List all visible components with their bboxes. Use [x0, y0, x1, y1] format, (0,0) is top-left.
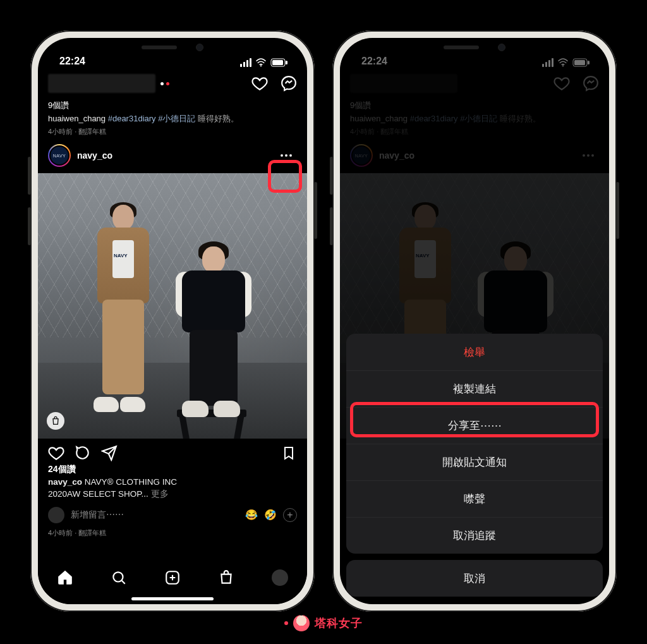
sheet-mute[interactable]: 噤聲 [346, 480, 603, 517]
post-action-bar [38, 439, 307, 464]
post-timestamp-row: 4小時前 · 翻譯年糕 [38, 525, 307, 538]
tab-create[interactable] [163, 568, 182, 587]
post-user[interactable]: NAVY navy_co [48, 144, 112, 167]
post-avatar[interactable]: NAVY [48, 144, 71, 167]
status-time: 22:24 [59, 56, 85, 67]
svg-point-4 [113, 572, 123, 581]
notification-indicator [160, 82, 169, 85]
post-likes[interactable]: 24個讚 [38, 464, 307, 475]
messenger-icon[interactable] [281, 75, 297, 92]
prev-username[interactable]: huaiwen_chang [48, 114, 106, 123]
comment-icon[interactable] [75, 445, 91, 461]
cellular-icon [240, 58, 251, 67]
watermark-mascot-icon [293, 615, 310, 631]
watermark-text: 塔科女子 [315, 616, 363, 631]
phone-right: 22:24 9個讚 huaiwen_chang [332, 30, 617, 612]
caption-more[interactable]: 更多 [151, 489, 169, 499]
share-icon[interactable] [101, 445, 118, 461]
notch [112, 38, 233, 57]
app-header [38, 68, 307, 99]
tab-search[interactable] [109, 568, 128, 587]
action-sheet: 檢舉 複製連結 分享至⋯⋯ 開啟貼文通知 噤聲 取消追蹤 取消 [346, 334, 603, 597]
profile-avatar-icon [272, 569, 288, 586]
sheet-unfollow[interactable]: 取消追蹤 [346, 517, 603, 554]
sheet-share-to[interactable]: 分享至⋯⋯ [346, 407, 603, 444]
svg-rect-2 [272, 60, 283, 65]
prev-translate[interactable]: 翻譯年糕 [78, 128, 106, 135]
post-caption[interactable]: navy_co NAVY® CLOTHING INC 2020AW SELECT… [38, 475, 307, 501]
more-dots-icon [281, 154, 292, 157]
shopping-tag-icon[interactable] [47, 412, 64, 430]
wifi-icon [255, 58, 267, 67]
prev-hashtag-2[interactable]: #小德日記 [158, 114, 195, 123]
account-switcher[interactable] [48, 74, 155, 93]
tab-home[interactable] [56, 568, 75, 587]
more-emoji-button[interactable]: + [283, 508, 297, 522]
watermark: 塔科女子 [284, 615, 363, 631]
sheet-post-notifications[interactable]: 開啟貼文通知 [346, 444, 603, 480]
svg-rect-3 [286, 61, 287, 64]
home-indicator [131, 597, 214, 600]
prev-likes[interactable]: 9個讚 [48, 100, 297, 111]
svg-point-0 [260, 65, 262, 66]
post-header: NAVY navy_co [38, 137, 307, 173]
notch [414, 38, 535, 57]
activity-heart-icon[interactable] [251, 75, 268, 92]
sheet-copy-link[interactable]: 複製連結 [346, 370, 603, 407]
quick-emoji-2[interactable]: 🤣 [264, 509, 277, 521]
phone-left: 22:24 [30, 30, 315, 612]
my-avatar [48, 507, 64, 523]
post-username[interactable]: navy_co [77, 150, 112, 161]
sheet-report[interactable]: 檢舉 [346, 334, 603, 370]
post-translate[interactable]: 翻譯年糕 [78, 529, 106, 537]
quick-emoji-1[interactable]: 😂 [245, 509, 258, 521]
action-sheet-group: 檢舉 複製連結 分享至⋯⋯ 開啟貼文通知 噤聲 取消追蹤 [346, 334, 603, 554]
post-time: 4小時前 [48, 529, 73, 537]
tab-profile[interactable] [270, 568, 289, 587]
prev-hashtag-1[interactable]: #dear31diary [108, 114, 156, 123]
like-heart-icon[interactable] [48, 445, 64, 461]
prev-caption-tail: 睡得好熟。 [198, 114, 239, 123]
tab-shop[interactable] [217, 568, 236, 587]
comment-placeholder[interactable]: 新增留言⋯⋯ [71, 509, 239, 521]
caption-username[interactable]: navy_co [48, 477, 82, 487]
bookmark-icon[interactable] [281, 445, 297, 461]
screen-right: 22:24 9個讚 huaiwen_chang [340, 38, 609, 604]
post-more-button[interactable] [275, 145, 297, 166]
previous-post-tail: 9個讚 huaiwen_chang #dear31diary #小德日記 睡得好… [38, 100, 307, 137]
prev-timestamp-row: 4小時前 · 翻譯年糕 [48, 127, 297, 137]
screen-left: 22:24 [38, 38, 307, 604]
battery-icon [270, 58, 288, 67]
tab-bar [38, 560, 307, 604]
add-comment-row[interactable]: 新增留言⋯⋯ 😂 🤣 + [38, 501, 307, 525]
prev-caption[interactable]: huaiwen_chang #dear31diary #小德日記 睡得好熟。 [48, 113, 297, 125]
sheet-cancel[interactable]: 取消 [346, 560, 603, 597]
prev-time: 4小時前 [48, 128, 73, 135]
post-image[interactable] [38, 173, 307, 439]
